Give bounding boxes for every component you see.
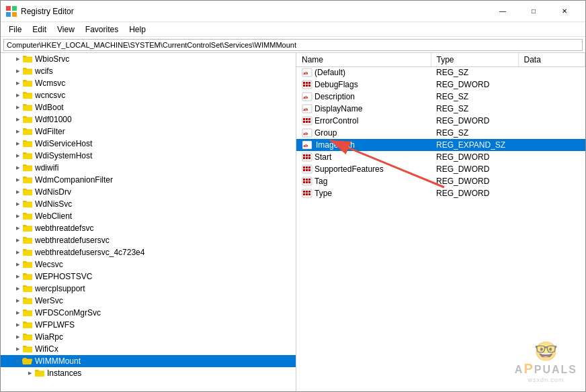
menu-file[interactable]: File: [3, 22, 27, 36]
collapsed-icon[interactable]: ▶: [13, 54, 22, 64]
svg-rect-53: [306, 193, 308, 195]
collapsed-icon[interactable]: ▶: [13, 175, 22, 185]
collapsed-icon[interactable]: ▶: [13, 224, 22, 233]
collapsed-icon[interactable]: ▶: [13, 66, 22, 76]
tree-item[interactable]: ▶ WerSvc: [1, 295, 296, 307]
entry-type: REG_DWORD: [431, 163, 518, 175]
collapsed-icon[interactable]: ▶: [13, 308, 22, 317]
folder-icon: [22, 344, 33, 354]
col-type[interactable]: Type: [431, 53, 518, 66]
collapsed-icon[interactable]: ▶: [13, 211, 22, 221]
svg-text:ab: ab: [303, 143, 308, 148]
tree-item[interactable]: ▶ Wecsvc: [1, 258, 296, 271]
close-button[interactable]: ✕: [549, 1, 580, 22]
minimize-button[interactable]: —: [487, 1, 518, 22]
tree-item[interactable]: ▶ WbioSrvc: [1, 53, 296, 65]
table-row[interactable]: StartREG_DWORD: [296, 151, 585, 163]
collapsed-icon[interactable]: ▶: [13, 127, 22, 136]
table-row[interactable]: ab DescriptionREG_SZ: [296, 91, 585, 103]
tree-pane[interactable]: ▶ WbioSrvc▶ wcifs▶ Wcmsvc▶ wcncsvc▶ WdBo…: [1, 53, 296, 391]
table-row[interactable]: ab (Default)REG_SZ: [296, 66, 585, 79]
menu-help[interactable]: Help: [124, 22, 151, 36]
collapsed-icon[interactable]: ▶: [13, 79, 22, 88]
folder-icon: [22, 224, 33, 233]
entry-type: REG_DWORD: [431, 175, 518, 187]
collapsed-icon[interactable]: ▶: [13, 272, 22, 281]
maximize-button[interactable]: □: [518, 1, 549, 22]
tree-item[interactable]: ▶ WdNisSvc: [1, 198, 296, 210]
collapsed-icon[interactable]: ▶: [13, 199, 22, 209]
reg-sz-icon: ab: [302, 68, 312, 77]
folder-icon: [34, 369, 45, 378]
tree-item[interactable]: ▶ Instances: [1, 367, 296, 379]
tree-item[interactable]: ▶ wdiwifi: [1, 162, 296, 174]
collapsed-icon[interactable]: ▶: [13, 248, 22, 257]
svg-rect-54: [308, 191, 310, 193]
table-row[interactable]: DebugFlagsREG_DWORD: [296, 79, 585, 91]
collapsed-icon[interactable]: ▶: [13, 236, 22, 245]
svg-rect-10: [306, 85, 308, 87]
tree-item-label: WdiServiceHost: [35, 139, 92, 148]
tree-item[interactable]: ▶ WebClient: [1, 210, 296, 222]
menu-favorites[interactable]: Favorites: [80, 22, 124, 36]
tree-item[interactable]: ▶ WEPHOSTSVC: [1, 271, 296, 283]
tree-item[interactable]: ▶ WiaRpc: [1, 331, 296, 343]
collapsed-icon[interactable]: ▶: [13, 284, 22, 293]
col-name[interactable]: Name: [296, 53, 431, 66]
menu-edit[interactable]: Edit: [27, 22, 52, 36]
col-data[interactable]: Data: [518, 53, 585, 66]
watermark: 🤓 APPUALS wsxdn.com: [515, 342, 577, 383]
table-row[interactable]: TypeREG_DWORD: [296, 187, 585, 199]
collapsed-icon[interactable]: ▶: [25, 369, 34, 378]
collapsed-icon[interactable]: ▶: [13, 344, 22, 354]
collapsed-icon[interactable]: ▶: [13, 163, 22, 173]
table-row[interactable]: ErrorControlREG_DWORD: [296, 115, 585, 127]
right-pane[interactable]: Name Type Data ab (Default)REG_SZ DebugF…: [296, 53, 585, 391]
tree-item[interactable]: ▶ wcncsvc: [1, 89, 296, 101]
tree-item[interactable]: ▶ Wdf01000: [1, 113, 296, 126]
tree-item[interactable]: ▶ WFDSConMgrSvc: [1, 307, 296, 319]
tree-item[interactable]: ▼ WIMMMount: [1, 355, 296, 367]
collapsed-icon[interactable]: ▶: [13, 151, 22, 160]
tree-item[interactable]: ▶ webthreatdefusersvc_4c723e4: [1, 246, 296, 258]
collapsed-icon[interactable]: ▶: [13, 115, 22, 124]
entry-name: ab (Default): [296, 66, 431, 79]
svg-text:ab: ab: [303, 131, 308, 136]
folder-icon: [22, 91, 33, 100]
address-input[interactable]: [3, 39, 583, 51]
svg-rect-39: [306, 169, 308, 171]
table-row[interactable]: ab GroupREG_SZ: [296, 127, 585, 139]
tree-item[interactable]: ▶ WdiSystemHost: [1, 150, 296, 162]
collapsed-icon[interactable]: ▶: [13, 332, 22, 342]
tree-item[interactable]: ▶ WdFilter: [1, 126, 296, 138]
table-row[interactable]: ab DisplayNameREG_SZ: [296, 103, 585, 115]
collapsed-icon[interactable]: ▶: [13, 320, 22, 330]
collapsed-icon[interactable]: ▶: [13, 260, 22, 269]
svg-rect-34: [308, 157, 310, 159]
svg-rect-0: [6, 6, 11, 11]
tree-item[interactable]: ▶ wcifs: [1, 65, 296, 77]
collapsed-icon[interactable]: ▶: [13, 103, 22, 112]
tree-item[interactable]: ▶ WdiServiceHost: [1, 138, 296, 150]
tree-item[interactable]: ▶ WFPLWFS: [1, 319, 296, 331]
collapsed-icon[interactable]: ▶: [13, 91, 22, 100]
tree-item[interactable]: ▶ Wcmsvc: [1, 77, 296, 89]
table-row[interactable]: TagREG_DWORD: [296, 175, 585, 187]
svg-rect-22: [308, 118, 310, 120]
tree-item[interactable]: ▶ WdBoot: [1, 101, 296, 113]
tree-item[interactable]: ▶ webthreatdefsvc: [1, 222, 296, 234]
table-row[interactable]: SupportedFeaturesREG_DWORD: [296, 163, 585, 175]
tree-item[interactable]: ▶ WifiCx: [1, 343, 296, 355]
tree-item[interactable]: ▶ WdNisDrv: [1, 186, 296, 198]
collapsed-icon[interactable]: ▶: [13, 139, 22, 148]
tree-item[interactable]: ▶ webthreatdefusersvc: [1, 234, 296, 246]
entry-data: [518, 66, 585, 79]
svg-rect-43: [303, 179, 305, 181]
collapsed-icon[interactable]: ▶: [13, 187, 22, 197]
tree-item[interactable]: ▶ wercplsupport: [1, 283, 296, 295]
expanded-icon[interactable]: ▼: [13, 356, 22, 366]
collapsed-icon[interactable]: ▶: [13, 296, 22, 305]
table-row[interactable]: ab ImagePathREG_EXPAND_SZ: [296, 139, 585, 151]
menu-view[interactable]: View: [52, 22, 80, 36]
tree-item[interactable]: ▶ WdmCompanionFilter: [1, 174, 296, 186]
